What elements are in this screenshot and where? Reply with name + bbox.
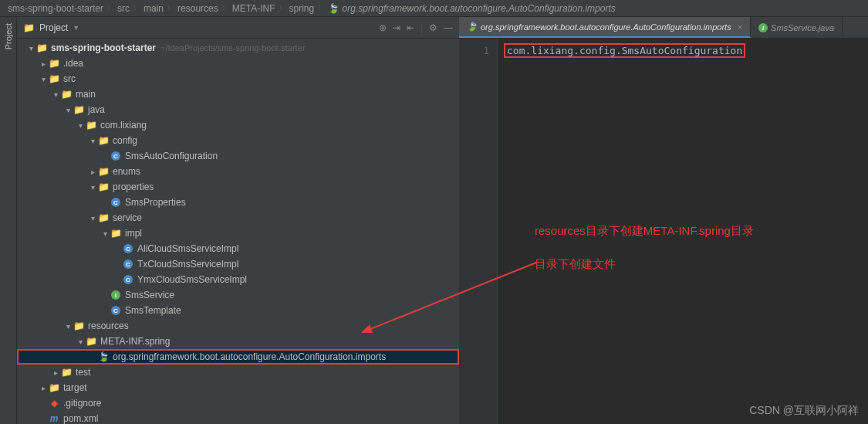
- tree-item[interactable]: CYmxCloudSmsServiceImpl: [17, 272, 459, 287]
- tree-item[interactable]: ▾📁config: [17, 133, 459, 148]
- sidebar-label[interactable]: Project: [4, 23, 13, 49]
- folder-icon: 📁: [48, 57, 60, 70]
- tree-item[interactable]: ▸📁.idea: [17, 56, 459, 71]
- tree-path: ~/IdeaProjects/sms-spring-boot-starter: [160, 43, 305, 53]
- tree-item[interactable]: ▸📁target: [17, 380, 459, 395]
- tree-item[interactable]: 🍃org.springframework.boot.autoconfigure.…: [17, 349, 459, 365]
- tree-arrow-icon[interactable]: ▾: [26, 44, 35, 53]
- spring-icon: 🍃: [97, 351, 110, 363]
- tree-item[interactable]: ▾📁src: [17, 71, 459, 86]
- sidebar-band: Project: [0, 17, 17, 424]
- class-icon: C: [110, 196, 122, 209]
- package-icon: 📁: [97, 165, 110, 178]
- editor-tab[interactable]: ISmsService.java: [751, 17, 843, 38]
- tree-arrow-icon[interactable]: ▾: [63, 106, 73, 114]
- tree-label: enums: [113, 166, 140, 177]
- tree-label: META-INF.spring: [100, 336, 170, 347]
- package-icon: 📁: [97, 134, 110, 147]
- editor-gutter: 1: [459, 39, 498, 424]
- tree-arrow-icon[interactable]: ▾: [51, 90, 60, 99]
- tree-arrow-icon[interactable]: ▸: [88, 168, 97, 176]
- tree-item[interactable]: CTxCloudSmsServiceImpl: [17, 256, 459, 272]
- tree-item[interactable]: ISmsService: [17, 287, 459, 303]
- tree-item[interactable]: ▾📁META-INF.spring: [17, 334, 459, 349]
- editor-tab[interactable]: 🍃org.springframework.boot.autoconfigure.…: [459, 17, 751, 38]
- tree-item[interactable]: CSmsTemplate: [17, 303, 459, 318]
- git-icon: ◆: [48, 397, 60, 409]
- tree-item[interactable]: ▾📁main: [17, 86, 459, 102]
- tree-label: config: [113, 135, 137, 146]
- tree-arrow-icon[interactable]: ▾: [100, 229, 110, 238]
- editor-panel: 🍃org.springframework.boot.autoconfigure.…: [459, 17, 868, 424]
- breadcrumb[interactable]: sms-spring-boot-starter〉src〉main〉resourc…: [0, 0, 868, 17]
- tree-item[interactable]: ▾📁properties: [17, 179, 459, 195]
- breadcrumb-sep: 〉: [106, 3, 114, 14]
- tree-item[interactable]: ▾📁impl: [17, 226, 459, 241]
- breadcrumb-item[interactable]: resources: [177, 3, 218, 14]
- breadcrumb-sep: 〉: [167, 3, 174, 14]
- spring-icon: 🍃: [467, 22, 478, 32]
- package-icon: 📁: [97, 212, 110, 224]
- tree-arrow-icon[interactable]: ▸: [51, 368, 60, 377]
- editor-code[interactable]: com.lixiang.config.SmsAutoConfiguration: [498, 39, 751, 424]
- tree-label: AliCloudSmsServiceImpl: [137, 243, 238, 254]
- tree-item[interactable]: ▾📁service: [17, 210, 459, 226]
- folder-icon: 📁: [48, 382, 60, 394]
- breadcrumb-item[interactable]: src: [117, 3, 130, 14]
- tree-label: sms-spring-boot-starter: [51, 42, 156, 53]
- folder-icon: 📁: [23, 22, 35, 33]
- tree-arrow-icon[interactable]: ▸: [39, 59, 48, 68]
- breadcrumb-item[interactable]: 🍃 org.springframework.boot.autoconfigure…: [328, 3, 616, 14]
- folder-icon: 📁: [85, 335, 97, 348]
- line-number: 1: [459, 45, 489, 56]
- project-panel: 📁 Project ▼ ⊕ ⇥ ⇤ | ⚙ — ▾📁sms-spring-boo…: [17, 17, 459, 424]
- hide-icon[interactable]: —: [444, 22, 453, 33]
- panel-title[interactable]: 📁 Project ▼: [23, 22, 79, 33]
- tab-label: SmsService.java: [771, 23, 834, 32]
- breadcrumb-sep: 〉: [279, 3, 286, 14]
- tree-arrow-icon[interactable]: ▾: [88, 137, 97, 145]
- code-line[interactable]: com.lixiang.config.SmsAutoConfiguration: [505, 45, 744, 56]
- close-icon[interactable]: ×: [738, 22, 742, 32]
- breadcrumb-item[interactable]: main: [144, 3, 164, 14]
- tree-item[interactable]: ▾📁com.lixiang: [17, 117, 459, 133]
- tree-label: properties: [113, 181, 154, 192]
- tree-arrow-icon[interactable]: ▸: [39, 384, 48, 392]
- tree-label: java: [88, 104, 105, 115]
- class-icon: C: [110, 304, 122, 317]
- settings-icon[interactable]: ⚙: [429, 22, 437, 33]
- tree-item[interactable]: CAliCloudSmsServiceImpl: [17, 241, 459, 256]
- tree-arrow-icon[interactable]: ▾: [76, 121, 85, 130]
- breadcrumb-item[interactable]: spring: [289, 3, 315, 14]
- project-tree[interactable]: ▾📁sms-spring-boot-starter~/IdeaProjects/…: [17, 39, 459, 424]
- class-icon: C: [122, 258, 134, 270]
- package-icon: 📁: [97, 181, 110, 193]
- tree-item[interactable]: ▸📁enums: [17, 164, 459, 179]
- tree-item[interactable]: ◆.gitignore: [17, 395, 459, 411]
- tree-arrow-icon[interactable]: ▾: [76, 338, 85, 346]
- tree-arrow-icon[interactable]: ▾: [88, 183, 97, 192]
- folder-icon: 📁: [73, 320, 85, 332]
- expand-icon[interactable]: ⇥: [393, 22, 400, 33]
- tree-item[interactable]: ▾📁sms-spring-boot-starter~/IdeaProjects/…: [17, 40, 459, 56]
- tree-label: target: [63, 382, 87, 393]
- breadcrumb-sep: 〉: [133, 3, 140, 14]
- tree-label: .idea: [63, 58, 83, 69]
- breadcrumb-item[interactable]: META-INF: [232, 3, 275, 14]
- tree-label: .gitignore: [63, 398, 101, 409]
- tree-item[interactable]: mpom.xml: [17, 411, 459, 424]
- tree-item[interactable]: ▸📁test: [17, 365, 459, 380]
- tree-arrow-icon[interactable]: ▾: [88, 214, 97, 222]
- tree-label: SmsProperties: [125, 197, 186, 208]
- dropdown-icon[interactable]: ▼: [73, 24, 79, 32]
- breadcrumb-item[interactable]: sms-spring-boot-starter: [8, 3, 103, 14]
- collapse-icon[interactable]: ⇤: [407, 22, 414, 33]
- class-icon: C: [110, 150, 122, 162]
- tree-item[interactable]: CSmsProperties: [17, 195, 459, 210]
- tree-arrow-icon[interactable]: ▾: [63, 322, 73, 331]
- tree-item[interactable]: ▾📁resources: [17, 318, 459, 334]
- tree-arrow-icon[interactable]: ▾: [39, 75, 48, 83]
- tree-item[interactable]: ▾📁java: [17, 102, 459, 117]
- tree-item[interactable]: CSmsAutoConfiguration: [17, 148, 459, 164]
- target-icon[interactable]: ⊕: [379, 22, 387, 33]
